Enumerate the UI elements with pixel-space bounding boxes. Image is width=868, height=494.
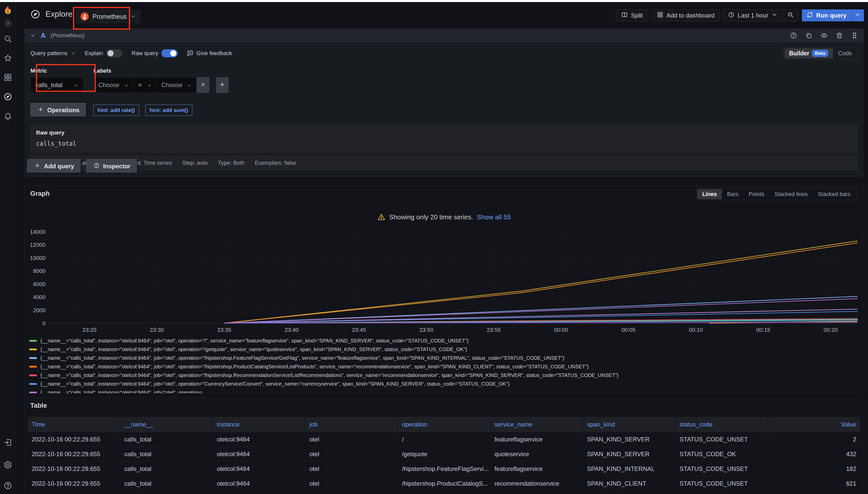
query-row-header[interactable]: A (Prometheus) [24, 28, 864, 43]
column-header-operation[interactable]: operation [398, 417, 490, 432]
raw-query-toggle[interactable] [161, 49, 178, 57]
column-header-servicename[interactable]: service_name [490, 417, 583, 432]
graph-style-lines[interactable]: Lines [697, 189, 722, 199]
legend-series-color [29, 375, 37, 376]
table-cell: otelcol:9464 [213, 491, 305, 494]
chevron-down-icon [147, 82, 152, 88]
graph-style-stacked-lines[interactable]: Stacked lines [770, 189, 813, 199]
query-help-icon[interactable] [790, 32, 797, 39]
query-hint-button-2[interactable]: hint: add sum() [145, 104, 193, 116]
split-icon [621, 12, 628, 20]
alerting-bell-icon[interactable] [3, 112, 12, 120]
legend-series-color [29, 383, 37, 385]
column-header-statuscode[interactable]: status_code [676, 417, 768, 432]
graph-style-bars[interactable]: Bars [722, 189, 743, 199]
delete-query-icon[interactable] [835, 32, 843, 39]
plus-icon [219, 81, 225, 89]
legend-series-color [29, 366, 37, 367]
results-table: Time__name__instancejoboperationservice_… [28, 417, 861, 494]
svg-text:12000: 12000 [30, 242, 46, 248]
close-icon [200, 82, 206, 88]
explain-toggle-group: Explain [85, 49, 123, 57]
explain-toggle[interactable] [106, 49, 123, 57]
legend-item-6[interactable]: {__name__="calls_total", instance="otelc… [29, 380, 861, 388]
operations-button[interactable]: Operations [31, 103, 87, 117]
run-query-dropdown[interactable] [851, 10, 864, 21]
add-label-filter-button[interactable] [216, 77, 229, 93]
svg-text:00:05: 00:05 [621, 327, 635, 332]
column-header-name[interactable]: __name__ [120, 417, 213, 432]
labels-label: Labels [93, 68, 229, 74]
table-cell: SPAN_KIND_INTERNAL [583, 461, 675, 476]
settings-gear-icon[interactable] [3, 460, 12, 469]
time-range-group: Last 1 hour [723, 10, 799, 21]
labels-field: Labels Choose = Choose [93, 68, 229, 93]
legend-series-label: {__name__="calls_total", instance="otelc… [40, 373, 618, 378]
sign-in-icon[interactable] [3, 438, 12, 447]
grafana-logo[interactable] [2, 5, 14, 17]
give-feedback-link[interactable]: Give feedback [187, 50, 232, 57]
column-header-value[interactable]: Value [768, 417, 861, 432]
sidebar-expand-button[interactable] [4, 19, 12, 27]
zoom-out-icon [787, 12, 794, 20]
table-cell: STATUS_CODE_UNSET [676, 491, 768, 494]
table-cell: calls_total [120, 491, 213, 494]
table-panel-title: Table [30, 402, 47, 410]
help-icon[interactable] [3, 481, 12, 490]
column-header-instance[interactable]: instance [213, 417, 305, 432]
show-all-series-link[interactable]: Show all 55 [477, 213, 511, 221]
drag-handle-icon[interactable] [851, 32, 858, 39]
search-icon[interactable] [3, 35, 12, 43]
time-series-chart[interactable]: 0200040006000800010000120001400023:2523:… [27, 229, 863, 333]
browser-top-strip [0, 0, 868, 2]
toggle-visibility-icon[interactable] [820, 32, 828, 39]
legend-item-clipped[interactable]: {__name__="calls_total", instance="otelc… [29, 388, 861, 393]
query-patterns-dropdown[interactable]: Query patterns [31, 50, 76, 57]
metric-select[interactable]: calls_total [31, 77, 83, 93]
remove-label-filter-button[interactable] [197, 77, 210, 93]
add-to-dashboard-button[interactable]: Add to dashboard [651, 10, 720, 21]
time-range-picker[interactable]: Last 1 hour [723, 10, 782, 21]
label-key-select[interactable]: Choose [93, 77, 134, 93]
column-header-time[interactable]: Time [28, 417, 120, 432]
graph-style-points[interactable]: Points [744, 189, 770, 199]
query-hint-button-1[interactable]: hint: add rate() [93, 104, 139, 116]
code-mode-button[interactable]: Code [833, 49, 856, 58]
builder-mode-button[interactable]: Builder Beta [785, 48, 833, 58]
legend-item-5[interactable]: {__name__="calls_total", instance="otelc… [29, 371, 861, 380]
svg-text:00:00: 00:00 [554, 327, 568, 332]
explore-compass-icon[interactable] [3, 92, 12, 101]
table-row-3: 2022-10-16 00:22:29.655calls_totalotelco… [28, 461, 861, 476]
table-cell: otel [305, 432, 398, 446]
table-cell: STATUS_CODE_UNSET [676, 432, 768, 446]
label-value-select[interactable]: Choose [157, 77, 197, 93]
legend-item-2[interactable]: {__name__="calls_total", instance="otelc… [29, 345, 861, 354]
column-header-spankind[interactable]: span_kind [583, 417, 675, 432]
column-header-job[interactable]: job [305, 417, 398, 432]
dashboards-icon[interactable] [3, 73, 12, 82]
legend-item-1[interactable]: {__name__="calls_total", instance="otelc… [29, 336, 861, 345]
split-button[interactable]: Split [616, 10, 648, 21]
add-query-button[interactable]: Add query [27, 159, 81, 173]
time-zoom-out-button[interactable] [782, 10, 798, 21]
options-summary-item: Step: auto [182, 160, 207, 166]
legend-series-label: {__name__="calls_total", instance="otelc… [40, 390, 202, 394]
query-options-row[interactable]: Options Legend: AutoFormat: Time seriesS… [31, 155, 858, 171]
table-cell: 182 [768, 461, 861, 476]
run-query-button[interactable]: Run query [802, 10, 851, 21]
table-cell: recommendationservice [490, 491, 583, 494]
datasource-picker[interactable]: Prometheus [76, 10, 140, 23]
collapse-chevron-icon[interactable] [30, 33, 36, 38]
graph-style-switcher: LinesBarsPointsStacked linesStacked bars [696, 188, 856, 200]
table-cell: otel [305, 461, 398, 476]
svg-text:23:40: 23:40 [285, 327, 299, 332]
inspector-button[interactable]: Inspector [86, 159, 138, 173]
label-operator-select[interactable]: = [134, 77, 157, 93]
legend-item-3[interactable]: {__name__="calls_total", instance="otelc… [29, 354, 861, 362]
metric-label: Metric [31, 68, 83, 74]
graph-style-stacked-bars[interactable]: Stacked bars [813, 189, 855, 199]
duplicate-query-icon[interactable] [805, 32, 813, 39]
chevron-down-icon [854, 12, 861, 20]
star-icon[interactable] [3, 54, 12, 62]
legend-item-4[interactable]: {__name__="calls_total", instance="otelc… [29, 362, 861, 371]
